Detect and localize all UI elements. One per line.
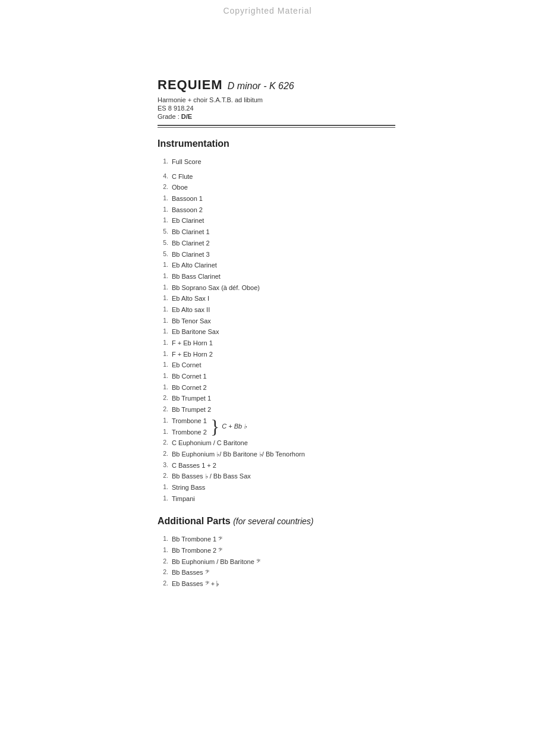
watermark-text: Copyrighted Material	[0, 6, 535, 15]
item-name: Eb Alto sax II	[172, 304, 395, 316]
list-item: 4. C Flute	[158, 171, 395, 182]
item-name: Bb Cornet 2	[172, 382, 395, 393]
item-name: Bb Soprano Sax (à déf. Oboe)	[172, 282, 395, 294]
list-item: 1. Full Score	[158, 156, 395, 168]
list-item: 1. F + Eb Horn 1	[158, 338, 395, 349]
item-num: 2.	[158, 393, 168, 404]
list-item: 2. Eb Basses 𝄢 + ♭	[158, 578, 395, 590]
item-name: Bb Bass Clarinet	[172, 271, 395, 282]
item-name: C Euphonium / C Baritone	[172, 437, 395, 449]
list-item: 1. F + Eb Horn 2	[158, 349, 395, 360]
grade-label: Grade :	[158, 113, 180, 120]
item-num: 1.	[158, 316, 168, 327]
item-num: 5.	[158, 238, 168, 249]
item-name: Timpani	[172, 493, 395, 505]
item-num: 2.	[158, 471, 168, 482]
list-item: 2. C Euphonium / C Baritone	[158, 437, 395, 449]
list-item: 2. Bb Euphonium ♭/ Bb Baritone ♭/ Bb Ten…	[158, 449, 395, 460]
list-item: 2. Bb Trumpet 1	[158, 393, 395, 404]
item-name: Bb Euphonium ♭/ Bb Baritone ♭/ Bb Tenorh…	[172, 449, 395, 460]
item-name: F + Eb Horn 2	[172, 349, 395, 360]
list-item: 1. Eb Cornet	[158, 360, 395, 371]
additional-parts-list: 1. Bb Trombone 1 𝄢 1. Bb Trombone 2 𝄢 2.…	[158, 534, 395, 589]
item-num: 1.	[158, 215, 168, 226]
item-name: Bb Clarinet 3	[172, 249, 395, 260]
item-name: Bb Tenor Sax	[172, 316, 395, 327]
item-name: Eb Cornet	[172, 360, 395, 371]
item-num: 4.	[158, 171, 168, 182]
list-item: 2. Oboe	[158, 182, 395, 193]
list-item: 1. Eb Clarinet	[158, 215, 395, 226]
item-num: 1.	[158, 371, 168, 382]
divider-top	[158, 125, 395, 126]
instrumentation-list: 1. Full Score 4. C Flute 2. Oboe 1. Bass…	[158, 156, 395, 504]
list-item: 1. Bb Tenor Sax	[158, 316, 395, 327]
list-item: 1. Eb Baritone Sax	[158, 326, 395, 338]
item-num: 5.	[158, 249, 168, 260]
item-name: Eb Baritone Sax	[172, 326, 395, 338]
item-name: C Basses 1 + 2	[172, 460, 395, 471]
list-item: 1. Bassoon 2	[158, 204, 395, 216]
item-num: 5.	[158, 226, 168, 238]
item-num: 1.	[158, 156, 168, 168]
list-item: 5. Bb Clarinet 1	[158, 226, 395, 238]
item-num: 1.	[158, 193, 168, 204]
item-name: Eb Alto Sax I	[172, 293, 395, 304]
item-name: Bb Clarinet 2	[172, 238, 395, 249]
divider-bottom	[158, 127, 395, 128]
item-num: 2.	[158, 556, 168, 568]
instrumentation-title: Instrumentation	[158, 138, 395, 149]
list-item: 1. Bb Soprano Sax (à déf. Oboe)	[158, 282, 395, 294]
item-name: Oboe	[172, 182, 395, 193]
item-name: F + Eb Horn 1	[172, 338, 395, 349]
item-num: 2.	[158, 449, 168, 460]
item-num: 1.	[158, 534, 168, 545]
item-num: 1.	[158, 349, 168, 360]
item-name: Eb Clarinet	[172, 215, 395, 226]
item-num: 1.	[158, 415, 168, 426]
additional-parts-section: Additional Parts (for several countries)…	[158, 516, 395, 589]
item-num: 2.	[158, 578, 168, 590]
item-num: 1.	[158, 282, 168, 294]
grade-value: D/E	[181, 113, 192, 120]
catalog-line: ES 8 918.24	[158, 105, 395, 112]
list-item: 2. Bb Basses ♭ / Bb Bass Sax	[158, 471, 395, 482]
list-item: 2. Bb Basses 𝄢	[158, 567, 395, 578]
item-name: Bb Basses 𝄢	[172, 567, 395, 578]
brace-label: C + Bb ♭	[222, 421, 247, 432]
item-name: Bassoon 1	[172, 193, 395, 204]
list-item: 1. Eb Alto sax II	[158, 304, 395, 316]
item-name: Bb Basses ♭ / Bb Bass Sax	[172, 471, 395, 482]
list-item: 5. Bb Clarinet 3	[158, 249, 395, 260]
item-num: 1.	[158, 482, 168, 493]
list-item: 5. Bb Clarinet 2	[158, 238, 395, 249]
item-name: C Flute	[172, 171, 395, 182]
item-name: Trombone 1	[172, 415, 207, 427]
title-requiem: REQUIEM	[158, 77, 223, 93]
item-name: Bb Trombone 1 𝄢	[172, 534, 395, 545]
item-num: 1.	[158, 382, 168, 393]
item-name: Eb Basses 𝄢 + ♭	[172, 578, 395, 590]
item-num: 2.	[158, 437, 168, 449]
list-item: 1. Bb Bass Clarinet	[158, 271, 395, 282]
main-content: REQUIEM D minor - K 626 Harmonie + choir…	[158, 77, 395, 590]
item-num: 2.	[158, 182, 168, 193]
item-num: 1.	[158, 360, 168, 371]
item-num: 1.	[158, 493, 168, 505]
list-item: 1. Eb Alto Sax I	[158, 293, 395, 304]
list-item: 2. Bb Trumpet 2	[158, 404, 395, 415]
item-name: Bb Trombone 2 𝄢	[172, 545, 395, 556]
list-item: 2. Bb Euphonium / Bb Baritone 𝄢	[158, 556, 395, 568]
item-name: String Bass	[172, 482, 395, 493]
item-num: 1.	[158, 326, 168, 338]
item-name: Bb Trumpet 1	[172, 393, 395, 404]
list-item: 1. Bb Trombone 2 𝄢	[158, 545, 395, 556]
list-item-trombone: 1. Trombone 1 1. Trombone 2 } C + Bb ♭	[158, 415, 395, 437]
item-num: 3.	[158, 460, 168, 471]
additional-title-italic: (for several countries)	[233, 516, 313, 526]
harmonie-line: Harmonie + choir S.A.T.B. ad libitum	[158, 96, 395, 103]
brace-symbol: }	[210, 417, 219, 436]
item-num: 1.	[158, 204, 168, 216]
item-num: 1.	[158, 304, 168, 316]
list-item: 1. String Bass	[158, 482, 395, 493]
